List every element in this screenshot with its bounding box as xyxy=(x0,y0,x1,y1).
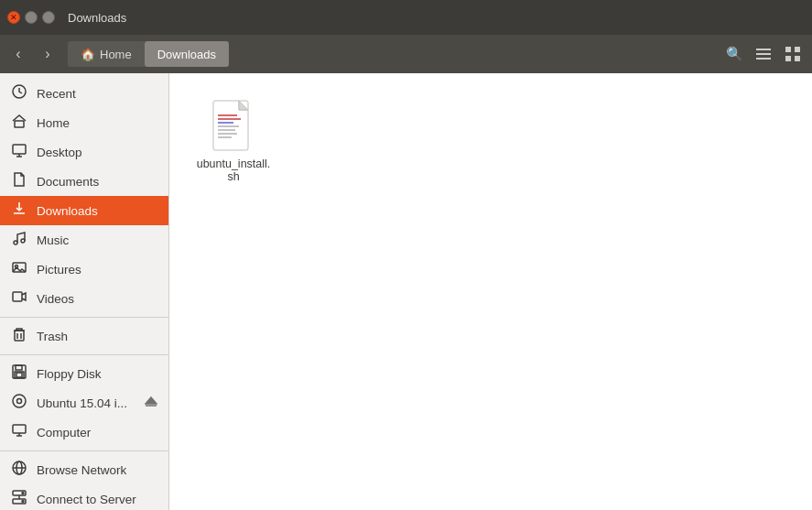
disc-icon xyxy=(11,394,27,412)
svg-rect-6 xyxy=(795,56,800,61)
breadcrumb-downloads[interactable]: Downloads xyxy=(145,41,229,67)
sidebar-item-ubuntu[interactable]: Ubuntu 15.04 i... xyxy=(0,388,168,418)
breadcrumb-home-label: Home xyxy=(100,48,132,61)
sidebar-item-documents[interactable]: Documents xyxy=(0,167,168,196)
svg-point-12 xyxy=(14,241,17,244)
svg-rect-16 xyxy=(13,292,22,301)
svg-point-24 xyxy=(13,395,26,407)
back-button[interactable]: ‹ xyxy=(5,41,31,67)
breadcrumb-downloads-label: Downloads xyxy=(157,48,216,61)
window-title: Downloads xyxy=(68,11,126,25)
content-area: ubuntu_install.sh xyxy=(169,73,812,510)
svg-point-38 xyxy=(22,501,24,503)
sidebar-separator-1 xyxy=(0,317,168,318)
list-view-button[interactable] xyxy=(750,41,777,67)
svg-point-25 xyxy=(17,399,22,404)
home-sidebar-icon xyxy=(11,114,27,132)
sidebar: Recent Home Desktop xyxy=(0,73,169,510)
sidebar-item-computer[interactable]: Computer xyxy=(0,418,168,447)
sidebar-item-floppy-label: Floppy Disk xyxy=(37,367,102,381)
sidebar-item-trash-label: Trash xyxy=(37,330,68,343)
sidebar-item-pictures-label: Pictures xyxy=(37,263,81,277)
sidebar-item-pictures[interactable]: Pictures xyxy=(0,255,168,284)
breadcrumb-home[interactable]: 🏠 Home xyxy=(68,41,145,67)
sidebar-item-desktop-label: Desktop xyxy=(37,146,82,159)
toolbar-actions: 🔍 xyxy=(720,41,807,67)
maximize-button[interactable] xyxy=(42,11,55,24)
sidebar-item-connect-server[interactable]: Connect to Server xyxy=(0,484,168,510)
sidebar-item-downloads[interactable]: Downloads xyxy=(0,196,168,225)
sidebar-item-floppy[interactable]: Floppy Disk xyxy=(0,359,168,388)
sidebar-item-desktop[interactable]: Desktop xyxy=(0,137,168,167)
titlebar: ✕ Downloads xyxy=(0,0,812,35)
sidebar-item-recent-label: Recent xyxy=(37,87,76,101)
svg-rect-1 xyxy=(756,53,771,55)
sidebar-item-documents-label: Documents xyxy=(37,175,99,189)
main-layout: Recent Home Desktop xyxy=(0,73,812,510)
breadcrumb-bar: 🏠 Home Downloads xyxy=(68,41,713,67)
network-icon xyxy=(11,461,27,479)
pictures-icon xyxy=(11,260,27,278)
sidebar-item-recent[interactable]: Recent xyxy=(0,79,168,108)
svg-point-13 xyxy=(21,239,25,243)
sidebar-item-home[interactable]: Home xyxy=(0,108,168,137)
svg-rect-17 xyxy=(15,331,24,341)
computer-icon xyxy=(11,423,27,441)
svg-rect-23 xyxy=(16,373,22,377)
sidebar-item-music-label: Music xyxy=(37,233,69,247)
minimize-button[interactable] xyxy=(25,11,38,24)
sidebar-item-videos[interactable]: Videos xyxy=(0,284,168,313)
trash-icon xyxy=(11,327,27,345)
file-name: ubuntu_install.sh xyxy=(195,157,272,183)
sidebar-separator-2 xyxy=(0,354,168,355)
sidebar-item-browse-network-label: Browse Network xyxy=(37,463,126,477)
file-item-ubuntu-install[interactable]: ubuntu_install.sh xyxy=(188,92,279,190)
close-button[interactable]: ✕ xyxy=(7,11,20,24)
server-icon xyxy=(11,490,27,508)
downloads-icon xyxy=(11,201,27,220)
videos-icon xyxy=(11,289,27,308)
svg-rect-3 xyxy=(785,47,791,52)
sidebar-item-videos-label: Videos xyxy=(37,292,74,306)
sidebar-item-computer-label: Computer xyxy=(37,426,91,439)
sidebar-item-downloads-label: Downloads xyxy=(37,204,98,218)
desktop-icon xyxy=(11,143,27,161)
svg-rect-8 xyxy=(15,121,24,127)
sidebar-item-connect-server-label: Connect to Server xyxy=(37,493,136,506)
svg-rect-28 xyxy=(13,425,26,433)
search-button[interactable]: 🔍 xyxy=(720,41,748,67)
grid-view-button[interactable] xyxy=(779,41,807,67)
sidebar-item-ubuntu-label: Ubuntu 15.04 i... xyxy=(37,396,127,410)
svg-rect-9 xyxy=(13,145,26,154)
eject-icon[interactable] xyxy=(145,396,157,411)
svg-rect-4 xyxy=(795,47,800,52)
music-icon xyxy=(11,231,27,249)
home-icon: 🏠 xyxy=(81,48,95,61)
file-icon-script xyxy=(211,99,255,152)
forward-button[interactable]: › xyxy=(35,41,60,67)
svg-rect-5 xyxy=(785,56,791,61)
svg-rect-21 xyxy=(16,365,22,370)
recent-icon xyxy=(11,84,27,103)
sidebar-item-music[interactable]: Music xyxy=(0,225,168,255)
svg-rect-0 xyxy=(756,49,771,50)
sidebar-item-browse-network[interactable]: Browse Network xyxy=(0,455,168,484)
svg-marker-26 xyxy=(146,397,157,404)
sidebar-item-home-label: Home xyxy=(37,116,70,130)
toolbar: ‹ › 🏠 Home Downloads 🔍 xyxy=(0,35,812,73)
window-controls: ✕ xyxy=(7,11,55,24)
svg-rect-2 xyxy=(756,58,771,60)
floppy-icon xyxy=(11,364,27,383)
svg-point-37 xyxy=(22,493,24,494)
documents-icon xyxy=(11,172,27,190)
sidebar-separator-3 xyxy=(0,450,168,451)
sidebar-item-trash[interactable]: Trash xyxy=(0,321,168,351)
